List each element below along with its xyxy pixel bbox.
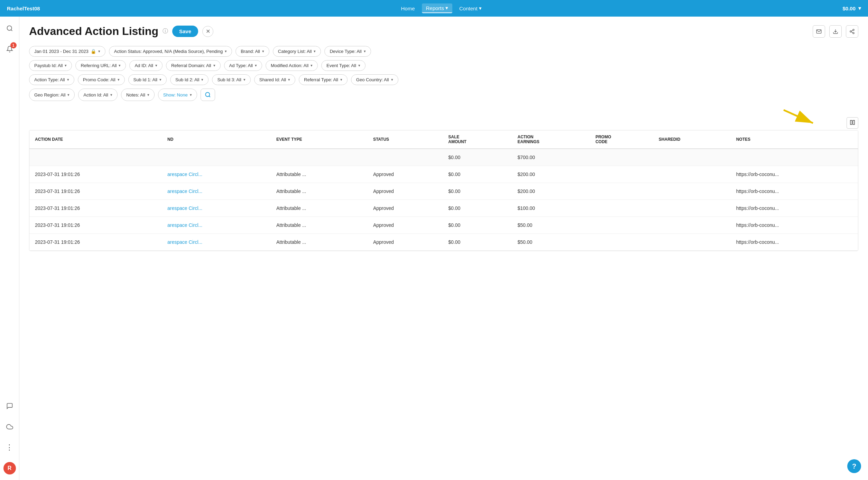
- search-button[interactable]: [201, 89, 215, 101]
- column-toggle-button[interactable]: [847, 117, 858, 129]
- table-row: 2023-07-31 19:01:26 arespace Circl... At…: [29, 217, 858, 234]
- col-notes: NOTES: [731, 130, 858, 149]
- table-body: $0.00 $700.00 2023-07-31 19:01:26 arespa…: [29, 149, 858, 251]
- promo-code-filter[interactable]: Promo Code: All ▾: [78, 74, 125, 85]
- more-options-icon[interactable]: ⋮: [3, 441, 16, 454]
- total-sale-amount: $0.00: [443, 149, 512, 166]
- col-sharedid: SHAREDID: [653, 130, 731, 149]
- geo-country-filter[interactable]: Geo Country: All ▾: [351, 74, 398, 85]
- table-row: 2023-07-31 19:01:26 arespace Circl... At…: [29, 183, 858, 200]
- col-event-type: EVENT TYPE: [271, 130, 368, 149]
- save-button[interactable]: Save: [172, 26, 198, 37]
- device-type-filter[interactable]: Device Type: All ▾: [324, 46, 371, 57]
- svg-line-9: [209, 96, 210, 97]
- col-sale-amount: SALEAMOUNT: [443, 130, 512, 149]
- email-icon-button[interactable]: [813, 25, 825, 38]
- download-icon-button[interactable]: [829, 25, 842, 38]
- action-status-filter[interactable]: Action Status: Approved, N/A (Media Sour…: [109, 46, 232, 57]
- arrow-annotation: [780, 107, 822, 129]
- svg-line-6: [851, 32, 853, 33]
- col-nd: ND: [162, 130, 271, 149]
- sidebar: 1 ⋮ R: [0, 17, 19, 480]
- totals-row: $0.00 $700.00: [29, 149, 858, 166]
- help-icon[interactable]: ⓘ: [163, 28, 168, 35]
- filter-row-4: Geo Region: All ▾ Action Id: All ▾ Notes…: [29, 89, 858, 101]
- col-action-earnings: ACTIONEARNINGS: [512, 130, 590, 149]
- total-action-earnings: $700.00: [512, 149, 590, 166]
- geo-region-filter[interactable]: Geo Region: All ▾: [29, 89, 75, 101]
- notes-filter[interactable]: Notes: All ▾: [121, 89, 155, 101]
- nav-right: $0.00 ▾: [842, 5, 861, 11]
- action-id-filter[interactable]: Action Id: All ▾: [78, 89, 118, 101]
- toolbar-row: [29, 107, 858, 129]
- sub-id1-filter[interactable]: Sub Id 1: All ▾: [128, 74, 167, 85]
- sub-id2-filter[interactable]: Sub Id 2: All ▾: [170, 74, 209, 85]
- lock-icon: 🔒: [91, 49, 96, 54]
- nav-home[interactable]: Home: [397, 4, 419, 13]
- col-promo-code: PROMOCODE: [590, 130, 653, 149]
- brand-filter[interactable]: Brand: All ▾: [236, 46, 269, 57]
- referral-domain-filter[interactable]: Referral Domain: All ▾: [166, 60, 221, 71]
- table-row: 2023-07-31 19:01:26 arespace Circl... At…: [29, 166, 858, 183]
- svg-line-7: [851, 30, 853, 31]
- share-icon-button[interactable]: [846, 25, 858, 38]
- ad-type-filter[interactable]: Ad Type: All ▾: [224, 60, 262, 71]
- svg-point-0: [7, 26, 11, 30]
- table-row: 2023-07-31 19:01:26 arespace Circl... At…: [29, 200, 858, 217]
- svg-point-8: [205, 92, 210, 96]
- svg-point-4: [850, 31, 851, 32]
- page-title: Advanced Action Listing: [29, 25, 158, 38]
- nav-content[interactable]: Content ▾: [455, 4, 486, 13]
- chat-icon[interactable]: [3, 400, 16, 412]
- sub-id3-filter[interactable]: Sub Id 3: All ▾: [212, 74, 250, 85]
- action-type-filter[interactable]: Action Type: All ▾: [29, 74, 74, 85]
- filter-row-2: Paystub Id: All ▾ Referring URL: All ▾ A…: [29, 60, 858, 71]
- user-avatar[interactable]: R: [3, 462, 16, 474]
- svg-rect-12: [850, 120, 852, 124]
- data-table: ACTION DATE ND EVENT TYPE STATUS SALEAMO…: [29, 130, 858, 251]
- yellow-arrow-svg: [780, 107, 822, 127]
- search-icon[interactable]: [3, 22, 16, 35]
- paystub-id-filter[interactable]: Paystub Id: All ▾: [29, 60, 72, 71]
- show-filter[interactable]: Show: None ▾: [158, 89, 197, 101]
- main-content: Advanced Action Listing ⓘ Save ✕: [19, 17, 868, 480]
- table-row: 2023-07-31 19:01:26 arespace Circl... At…: [29, 234, 858, 251]
- svg-line-1: [11, 30, 12, 31]
- help-bubble[interactable]: ?: [847, 459, 861, 473]
- shared-id-filter[interactable]: Shared Id: All ▾: [254, 74, 295, 85]
- referral-type-filter[interactable]: Referral Type: All ▾: [299, 74, 348, 85]
- page-header: Advanced Action Listing ⓘ Save ✕: [29, 25, 858, 38]
- top-nav: RachelTest08 Home Reports ▾ Content ▾ $0…: [0, 0, 868, 17]
- notification-icon[interactable]: 1: [3, 43, 16, 55]
- cloud-icon[interactable]: [3, 421, 16, 433]
- notification-badge: 1: [10, 42, 17, 48]
- svg-rect-13: [853, 120, 855, 124]
- balance-display: $0.00: [842, 6, 856, 11]
- ad-id-filter[interactable]: Ad ID: All ▾: [129, 60, 162, 71]
- close-button[interactable]: ✕: [202, 26, 213, 37]
- data-table-wrapper: ACTION DATE ND EVENT TYPE STATUS SALEAMO…: [29, 130, 858, 251]
- svg-point-3: [853, 29, 854, 30]
- filter-row-3: Action Type: All ▾ Promo Code: All ▾ Sub…: [29, 74, 858, 85]
- nav-links: Home Reports ▾ Content ▾: [397, 3, 486, 13]
- header-actions: [813, 25, 858, 38]
- balance-chevron: ▾: [858, 5, 861, 11]
- svg-line-11: [784, 110, 813, 123]
- nav-brand: RachelTest08: [7, 6, 40, 11]
- col-status: STATUS: [368, 130, 443, 149]
- svg-point-5: [853, 32, 854, 34]
- nav-reports[interactable]: Reports ▾: [422, 3, 453, 13]
- event-type-filter[interactable]: Event Type: All ▾: [321, 60, 366, 71]
- category-filter[interactable]: Category List: All ▾: [273, 46, 321, 57]
- date-range-filter[interactable]: Jan 01 2023 - Dec 31 2023 🔒 ▾: [29, 46, 105, 57]
- modified-action-filter[interactable]: Modified Action: All ▾: [266, 60, 318, 71]
- filter-row-1: Jan 01 2023 - Dec 31 2023 🔒 ▾ Action Sta…: [29, 46, 858, 57]
- referring-url-filter[interactable]: Referring URL: All ▾: [75, 60, 126, 71]
- col-action-date: ACTION DATE: [29, 130, 162, 149]
- table-header: ACTION DATE ND EVENT TYPE STATUS SALEAMO…: [29, 130, 858, 149]
